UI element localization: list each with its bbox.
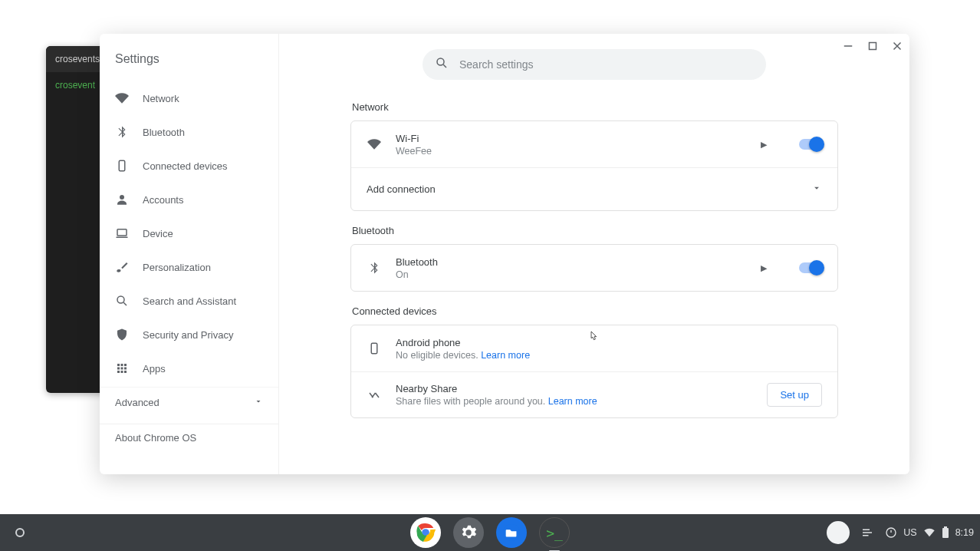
svg-rect-8	[124, 364, 127, 366]
status-pill[interactable]: US 8:19	[885, 526, 974, 539]
window-close-button[interactable]	[885, 34, 909, 58]
connected-devices-card: Android phone No eligible devices. Learn…	[350, 325, 838, 418]
wifi-ssid: WeeFee	[396, 146, 747, 157]
window-controls	[836, 34, 909, 58]
svg-rect-22	[944, 526, 947, 528]
settings-main: Network Wi-Fi WeeFee ▶ Add	[279, 34, 909, 474]
recent-apps-icon[interactable]	[860, 526, 874, 539]
apps-icon	[115, 361, 129, 375]
sidebar-item-apps[interactable]: Apps	[100, 351, 278, 385]
svg-rect-9	[117, 368, 120, 370]
sidebar-item-label: Accounts	[143, 194, 183, 206]
sidebar-item-network[interactable]: Network	[100, 81, 278, 115]
brush-icon	[115, 260, 129, 274]
search-icon	[115, 294, 129, 308]
settings-window: Settings Network Bluetooth Connected dev…	[100, 34, 909, 474]
chevron-down-icon	[811, 183, 822, 196]
nearby-title: Nearby Share	[396, 383, 753, 394]
bluetooth-row[interactable]: Bluetooth On ▶	[351, 245, 837, 291]
wifi-status-icon	[923, 526, 936, 539]
searchbar[interactable]	[423, 49, 766, 80]
bluetooth-status: On	[396, 269, 747, 280]
sidebar-item-label: Apps	[143, 363, 166, 374]
svg-rect-16	[371, 343, 377, 354]
sidebar-item-connected-devices[interactable]: Connected devices	[100, 149, 278, 183]
svg-rect-12	[117, 371, 120, 373]
bluetooth-toggle[interactable]	[799, 262, 822, 273]
svg-point-5	[117, 296, 124, 303]
phone-icon	[367, 341, 382, 355]
sidebar-item-label: Bluetooth	[143, 127, 185, 138]
shield-icon	[115, 328, 129, 341]
android-sub: No eligible devices. Learn more	[396, 350, 822, 361]
status-tray[interactable]: US 8:19	[827, 521, 974, 544]
person-icon	[115, 193, 129, 206]
shelf-app-chrome[interactable]	[410, 517, 441, 548]
sidebar-item-label: Search and Assistant	[143, 295, 236, 307]
sidebar-about[interactable]: About Chrome OS	[100, 424, 278, 444]
sidebar-item-label: Connected devices	[143, 160, 228, 172]
bluetooth-title: Bluetooth	[396, 256, 747, 268]
chevron-right-icon: ▶	[761, 140, 767, 150]
sidebar-item-accounts[interactable]: Accounts	[100, 183, 278, 216]
sidebar-item-label: Security and Privacy	[143, 329, 234, 341]
sidebar-item-bluetooth[interactable]: Bluetooth	[100, 115, 278, 149]
svg-rect-4	[117, 229, 127, 236]
android-learn-more-link[interactable]: Learn more	[481, 350, 530, 361]
launcher-button[interactable]	[6, 519, 34, 546]
network-card: Wi-Fi WeeFee ▶ Add connection	[350, 120, 838, 211]
avatar[interactable]	[827, 521, 850, 544]
bluetooth-card: Bluetooth On ▶	[350, 244, 838, 292]
nearby-sub: Share files with people around you. Lear…	[396, 396, 753, 407]
advanced-label: Advanced	[115, 397, 159, 408]
terminal-icon: >_	[546, 525, 563, 541]
svg-rect-7	[121, 364, 123, 366]
sidebar-item-search-assistant[interactable]: Search and Assistant	[100, 284, 278, 318]
svg-rect-21	[942, 528, 949, 538]
wifi-icon	[367, 137, 382, 151]
svg-rect-0	[844, 45, 853, 47]
laptop-icon	[115, 226, 129, 240]
search-input[interactable]	[459, 58, 754, 71]
wifi-icon	[115, 91, 129, 105]
sidebar-item-personalization[interactable]: Personalization	[100, 250, 278, 284]
chevron-right-icon: ▶	[761, 263, 767, 273]
sidebar-item-label: Device	[143, 228, 173, 239]
android-phone-row[interactable]: Android phone No eligible devices. Learn…	[351, 325, 837, 371]
svg-rect-11	[124, 368, 127, 370]
shelf-apps: >_	[410, 517, 570, 548]
add-connection-label: Add connection	[367, 183, 436, 195]
shelf-app-terminal[interactable]: >_	[539, 517, 570, 548]
shelf-app-files[interactable]	[496, 517, 527, 548]
power-icon	[885, 526, 897, 539]
bluetooth-icon	[367, 261, 382, 275]
wifi-title: Wi-Fi	[396, 133, 747, 144]
sidebar: Settings Network Bluetooth Connected dev…	[100, 34, 279, 474]
ime-label: US	[903, 527, 916, 538]
section-heading-bluetooth: Bluetooth	[350, 225, 838, 236]
bluetooth-icon	[115, 125, 129, 139]
terminal-prompt: crosevent	[55, 80, 95, 91]
window-minimize-button[interactable]	[836, 34, 860, 58]
svg-rect-1	[870, 43, 876, 50]
sidebar-item-security-privacy[interactable]: Security and Privacy	[100, 318, 278, 351]
app-title: Settings	[100, 48, 278, 81]
section-network: Network Wi-Fi WeeFee ▶ Add	[350, 101, 838, 211]
nearby-share-row: Nearby Share Share files with people aro…	[351, 371, 837, 417]
wifi-toggle[interactable]	[799, 139, 822, 150]
add-connection-row[interactable]: Add connection	[351, 167, 837, 210]
section-connected-devices: Connected devices Android phone No eligi…	[350, 305, 838, 418]
nearby-learn-more-link[interactable]: Learn more	[548, 396, 597, 407]
section-heading-network: Network	[350, 101, 838, 113]
sidebar-item-device[interactable]: Device	[100, 216, 278, 250]
window-maximize-button[interactable]	[860, 34, 885, 58]
chevron-down-icon	[254, 397, 263, 408]
nearby-setup-button[interactable]: Set up	[767, 383, 822, 407]
wifi-row[interactable]: Wi-Fi WeeFee ▶	[351, 121, 837, 167]
sidebar-advanced[interactable]: Advanced	[100, 387, 278, 417]
android-title: Android phone	[396, 337, 822, 348]
svg-rect-6	[117, 364, 120, 366]
shelf-app-settings[interactable]	[453, 517, 484, 548]
battery-icon	[942, 526, 949, 539]
nearby-sub-text: Share files with people around you.	[396, 396, 548, 407]
